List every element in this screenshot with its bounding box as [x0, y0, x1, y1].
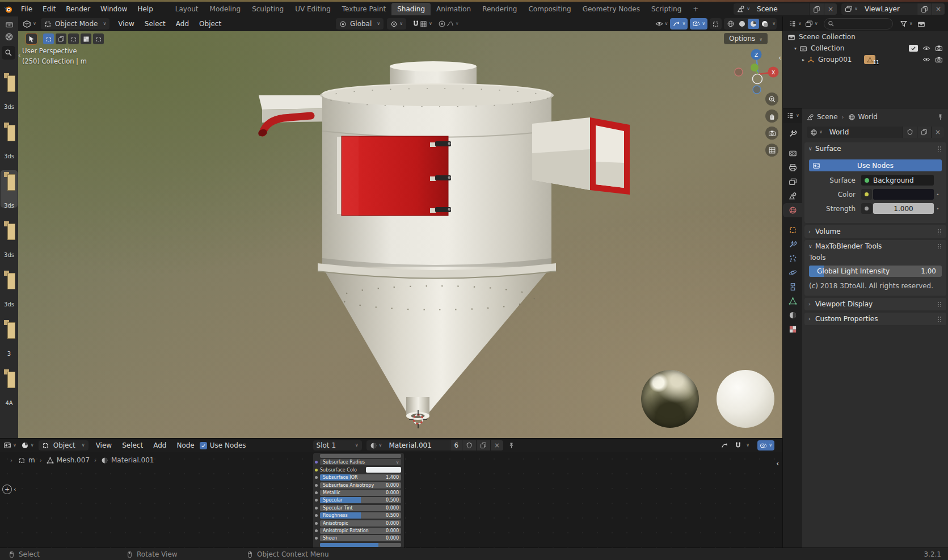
- socket-color[interactable]: [315, 469, 318, 471]
- material-pin-icon[interactable]: [508, 442, 515, 449]
- shading-rendered-button[interactable]: [759, 20, 770, 28]
- file-item[interactable]: 3ds: [0, 221, 18, 270]
- tab-object[interactable]: [783, 223, 802, 237]
- pan-hand-button[interactable]: [765, 110, 778, 123]
- outliner-row-scene-collection[interactable]: Scene Collection: [783, 31, 948, 43]
- expand-arrow-icon[interactable]: ▸: [802, 57, 804, 62]
- shader-menu-add[interactable]: Add: [148, 441, 171, 449]
- gizmos-toggle[interactable]: ∨: [670, 18, 688, 30]
- snap-settings-dropdown[interactable]: ∨: [420, 20, 432, 28]
- menu-window[interactable]: Window: [95, 5, 132, 13]
- tab-render[interactable]: [783, 146, 802, 161]
- new-collection-icon[interactable]: [917, 20, 925, 28]
- tab-world[interactable]: [783, 203, 802, 217]
- shading-material-preview-button[interactable]: [748, 19, 759, 29]
- world-copy-button[interactable]: [917, 127, 931, 138]
- node-input-subsurface-color[interactable]: Subsurface Colo: [315, 467, 401, 473]
- tab-scripting[interactable]: Scripting: [646, 3, 687, 15]
- menu-render[interactable]: Render: [61, 5, 95, 13]
- render-visibility-camera-icon[interactable]: [935, 56, 943, 64]
- outliner-display-mode-icon[interactable]: ∨: [805, 20, 818, 28]
- panel-drag-handle[interactable]: [937, 146, 942, 151]
- world-name-field[interactable]: World: [826, 127, 903, 138]
- world-icon[interactable]: ∨: [807, 127, 826, 138]
- global-light-intensity-slider[interactable]: Global Light Intensity 1.00: [809, 266, 942, 277]
- pin-icon[interactable]: [937, 113, 944, 121]
- region-chevron-left[interactable]: ‹: [18, 52, 20, 59]
- toolbar-chevron[interactable]: ‹: [14, 486, 16, 493]
- volume-panel-header[interactable]: ›Volume: [804, 225, 946, 238]
- panel-drag-handle[interactable]: [937, 229, 942, 234]
- node-overlays-toggle[interactable]: ∨: [757, 440, 774, 450]
- tab-object-data[interactable]: [783, 294, 802, 308]
- panel-drag-handle[interactable]: [937, 243, 942, 249]
- tab-modifiers[interactable]: [783, 237, 802, 251]
- toolbar-expand-plus-button[interactable]: +: [2, 485, 12, 494]
- principled-bsdf-node[interactable]: Subsurface Radius∨ Subsurface Colo Subsu…: [313, 453, 404, 549]
- menu-edit[interactable]: Edit: [37, 5, 61, 13]
- material-name-field[interactable]: Material.001: [385, 440, 450, 450]
- render-visibility-camera-icon[interactable]: [935, 44, 943, 52]
- expand-arrow-icon[interactable]: ▾: [794, 46, 797, 51]
- snap-magnet-toggle[interactable]: [412, 20, 420, 28]
- outliner-search-input[interactable]: [824, 18, 893, 30]
- transform-orientation-selector[interactable]: Global∨: [336, 18, 384, 30]
- viewport-display-panel-header[interactable]: ›Viewport Display: [804, 298, 946, 310]
- fake-user-shield-button[interactable]: [903, 127, 917, 138]
- file-item-selected[interactable]: 3ds: [0, 172, 18, 220]
- tab-modeling[interactable]: Modeling: [204, 3, 247, 15]
- tab-compositing[interactable]: Compositing: [523, 3, 576, 15]
- node-input-partial-bottom[interactable]: [320, 543, 401, 547]
- node-snap-magnet-icon[interactable]: [734, 441, 742, 449]
- file-item[interactable]: 3ds: [0, 271, 18, 319]
- hide-eye-icon[interactable]: [922, 44, 930, 52]
- scene-name-field[interactable]: Scene: [753, 3, 809, 15]
- mode-selector[interactable]: Object Mode∨: [41, 18, 109, 30]
- node-input-specular-tint[interactable]: Specular Tint0.000: [315, 505, 401, 511]
- strength-slider[interactable]: 1.000: [873, 203, 934, 214]
- viewport-menu-select[interactable]: Select: [140, 20, 171, 28]
- viewlayer-copy-button[interactable]: [917, 3, 932, 15]
- editor-type-properties-icon[interactable]: ∨: [786, 112, 799, 120]
- outliner-row-collection[interactable]: ▾ Collection: [783, 43, 948, 54]
- strip-search-button[interactable]: [2, 46, 15, 60]
- menu-file[interactable]: File: [16, 5, 37, 13]
- material-unlink-button[interactable]: ×: [490, 440, 503, 450]
- scene-icon[interactable]: ∨: [734, 3, 753, 15]
- use-nodes-checkbox-label[interactable]: Use Nodes: [210, 441, 246, 449]
- tab-shading[interactable]: Shading: [391, 3, 431, 15]
- panel-drag-handle[interactable]: [937, 301, 942, 307]
- add-workspace-button[interactable]: +: [687, 3, 704, 15]
- animate-decorator[interactable]: •: [934, 192, 942, 197]
- proportional-editing-toggle[interactable]: [438, 20, 446, 28]
- shader-menu-node[interactable]: Node: [171, 441, 199, 449]
- orthographic-toggle-button[interactable]: [765, 144, 778, 157]
- tab-scene[interactable]: [783, 189, 802, 203]
- file-item[interactable]: 3: [0, 320, 18, 368]
- use-nodes-button[interactable]: Use Nodes: [809, 159, 942, 171]
- outliner-row-group001[interactable]: ▸ Group001 11: [783, 54, 948, 65]
- shader-ball-icon[interactable]: ∨: [21, 441, 34, 449]
- viewlayer-remove-button[interactable]: ×: [932, 3, 945, 15]
- surface-panel-header[interactable]: ∨Surface: [804, 142, 946, 155]
- scene-copy-button[interactable]: [809, 3, 824, 15]
- material-users-count[interactable]: 6: [450, 440, 462, 450]
- shader-menu-select[interactable]: Select: [117, 441, 148, 449]
- node-input-anisotropic[interactable]: Anisotropic0.000: [315, 520, 401, 527]
- folder-icon[interactable]: [0, 18, 18, 30]
- animate-decorator[interactable]: •: [934, 206, 942, 212]
- material-copy-button[interactable]: [476, 440, 490, 450]
- node-input-metallic[interactable]: Metallic0.000: [315, 490, 401, 496]
- blender-logo-icon[interactable]: [0, 5, 16, 14]
- tab-animation[interactable]: Animation: [431, 3, 477, 15]
- file-item[interactable]: 3ds: [0, 123, 18, 171]
- tab-constraints[interactable]: [783, 280, 802, 294]
- viewport-menu-add[interactable]: Add: [171, 20, 194, 28]
- proportional-falloff-dropdown[interactable]: ∨: [446, 20, 459, 28]
- tab-sculpting[interactable]: Sculpting: [246, 3, 289, 15]
- node-input-anisotropic-rotation[interactable]: Anisotropic Rotation0.000: [315, 528, 401, 534]
- maxtoblender-panel-header[interactable]: ∨MaxToBlender Tools: [804, 240, 946, 252]
- tab-output[interactable]: [783, 161, 802, 175]
- tab-texture[interactable]: [783, 322, 802, 336]
- zoom-button[interactable]: [765, 92, 778, 106]
